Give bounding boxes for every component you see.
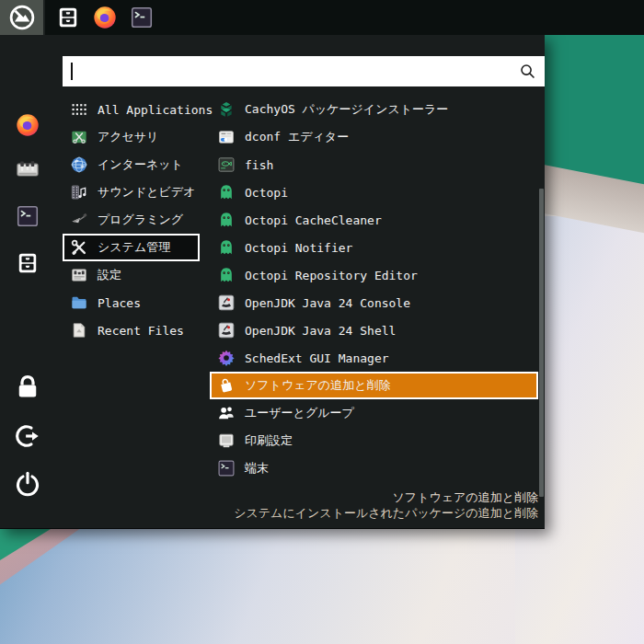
development-icon (70, 211, 88, 229)
octopi-icon (217, 211, 236, 229)
app-item-12[interactable]: 印刷設定 (210, 427, 538, 454)
taskbar-launcher-firefox[interactable] (91, 4, 119, 31)
folder-icon (70, 293, 88, 312)
firefox-icon (92, 5, 118, 30)
lock-icon (14, 374, 41, 405)
category-label: Recent Files (98, 324, 184, 338)
file-cabinet-icon (56, 6, 80, 29)
lock-screen-button[interactable] (14, 375, 41, 403)
taskbar-launcher-terminal[interactable] (128, 4, 155, 31)
app-item-3[interactable]: Octopi (210, 178, 538, 206)
log-out-button[interactable] (14, 424, 41, 452)
shutdown-button[interactable] (14, 472, 41, 500)
category-item-6[interactable]: 設定 (63, 261, 200, 289)
applications-menu-button[interactable] (0, 0, 43, 35)
category-item-4[interactable]: プログラミング (63, 206, 200, 234)
application-menu-panel: All Applicationsアクセサリインターネットサウンドとビデオプログラ… (0, 35, 545, 529)
power-icon (14, 470, 41, 501)
text-caret (71, 63, 73, 80)
app-item-6[interactable]: Octopi Repository Editor (210, 261, 538, 289)
terminal-icon (217, 459, 236, 477)
mixer-icon (15, 156, 40, 186)
application-list: CachyOS パッケージインストーラーdconf エディターfishOctop… (210, 96, 538, 482)
firefox-icon (15, 112, 40, 142)
app-item-2[interactable]: fish (210, 151, 538, 178)
logout-icon (14, 422, 41, 454)
app-label: OpenJDK Java 24 Shell (245, 324, 396, 338)
apps-grid-icon (70, 100, 88, 119)
category-label: Places (98, 296, 141, 310)
app-item-10[interactable]: ソフトウェアの追加と削除 (210, 372, 538, 399)
taskbar-launcher-file-manager[interactable] (54, 4, 82, 31)
taskbar (0, 0, 644, 35)
dconf-icon (217, 128, 236, 146)
software-bag-icon (217, 376, 236, 395)
accessories-icon (70, 128, 88, 146)
terminal-icon (130, 6, 154, 29)
terminal-icon (16, 204, 40, 232)
package-icon (217, 100, 236, 119)
app-item-9[interactable]: SchedExt GUI Manager (210, 344, 538, 372)
category-label: サウンドとビデオ (98, 184, 195, 201)
category-label: All Applications (98, 103, 213, 117)
app-label: Octopi CacheCleaner (245, 213, 382, 227)
octopi-icon (217, 266, 236, 284)
category-item-5[interactable]: システム管理 (63, 234, 200, 261)
java-icon (217, 321, 236, 339)
multimedia-icon (70, 183, 88, 201)
hovered-app-title: ソフトウェアの追加と削除 (234, 489, 538, 505)
app-label: SchedExt GUI Manager (245, 351, 389, 365)
favorite-terminal[interactable] (13, 203, 42, 233)
desktop: All Applicationsアクセサリインターネットサウンドとビデオプログラ… (0, 0, 644, 644)
app-item-7[interactable]: OpenJDK Java 24 Console (210, 289, 538, 316)
octopi-icon (217, 183, 236, 201)
internet-icon (70, 155, 88, 174)
app-label: 端末 (245, 460, 269, 477)
app-item-13[interactable]: 端末 (210, 454, 538, 482)
favorite-firefox[interactable] (13, 112, 42, 142)
favorite-mixer[interactable] (13, 156, 42, 186)
app-item-8[interactable]: OpenJDK Java 24 Shell (210, 316, 538, 344)
scrollbar-thumb[interactable] (539, 189, 544, 497)
category-item-8[interactable]: Recent Files (63, 316, 200, 344)
category-label: インターネット (98, 156, 183, 173)
users-icon (217, 404, 236, 422)
app-item-5[interactable]: Octopi Notifier (210, 234, 538, 261)
recent-icon (70, 321, 88, 339)
search-icon (519, 63, 536, 80)
favorite-file-manager[interactable] (13, 250, 42, 280)
app-label: ソフトウェアの追加と削除 (245, 377, 390, 394)
category-label: アクセサリ (98, 129, 159, 145)
app-label: ユーザーとグループ (245, 405, 354, 421)
cachyos-logo-icon (8, 4, 36, 31)
system-icon (70, 238, 88, 257)
taskbar-separator (43, 0, 45, 35)
category-item-7[interactable]: Places (63, 289, 200, 316)
hovered-app-description: システムにインストールされたパッケージの追加と削除 (234, 505, 538, 521)
schedext-icon (217, 349, 236, 367)
app-item-0[interactable]: CachyOS パッケージインストーラー (210, 96, 538, 123)
app-item-1[interactable]: dconf エディター (210, 123, 538, 151)
category-item-3[interactable]: サウンドとビデオ (63, 178, 200, 206)
category-item-2[interactable]: インターネット (63, 151, 200, 178)
fish-icon (217, 155, 236, 174)
app-label: Octopi (245, 186, 288, 200)
java-icon (217, 293, 236, 312)
category-label: 設定 (98, 267, 121, 283)
category-item-0[interactable]: All Applications (63, 96, 200, 123)
app-item-4[interactable]: Octopi CacheCleaner (210, 206, 538, 234)
app-label: Octopi Notifier (245, 241, 352, 255)
app-label: 印刷設定 (245, 432, 293, 449)
search-input[interactable] (63, 56, 545, 86)
file-cabinet-icon (16, 251, 40, 279)
settings-icon (70, 266, 88, 284)
app-label: fish (245, 158, 273, 172)
app-item-11[interactable]: ユーザーとグループ (210, 399, 538, 427)
octopi-icon (217, 238, 236, 257)
app-label: Octopi Repository Editor (245, 269, 418, 282)
category-list: All Applicationsアクセサリインターネットサウンドとビデオプログラ… (63, 96, 200, 344)
app-label: CachyOS パッケージインストーラー (245, 101, 448, 118)
printer-icon (217, 431, 236, 450)
category-item-1[interactable]: アクセサリ (63, 123, 200, 151)
category-label: システム管理 (98, 239, 170, 256)
